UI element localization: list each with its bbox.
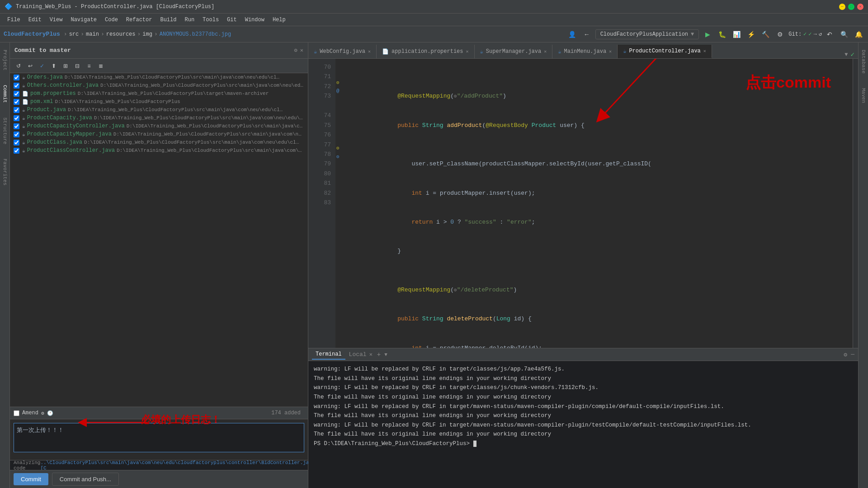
tab-supermgr[interactable]: ☕ SuperManager.java ✕ bbox=[475, 45, 553, 58]
run-button[interactable]: ▶ bbox=[702, 28, 713, 40]
ct-expand-btn[interactable]: ≡ bbox=[84, 61, 94, 71]
file-item-productcap[interactable]: ☕ ProductCapacity.java D:\IDEA\Training_… bbox=[10, 114, 308, 122]
menu-refactor[interactable]: Refactor bbox=[123, 15, 156, 24]
run-config-selector[interactable]: CloudFactoryPlusApplication ▼ bbox=[595, 29, 699, 39]
tab-mainmenu[interactable]: ☕ MainMenu.java ✕ bbox=[552, 45, 618, 58]
tab-close-webconfig[interactable]: ✕ bbox=[368, 49, 371, 54]
tab-bar-actions: ▼ ✓ bbox=[844, 51, 858, 58]
bc-src[interactable]: src bbox=[69, 31, 79, 38]
file-checkbox-product[interactable] bbox=[14, 107, 19, 113]
bc-img[interactable]: img bbox=[142, 31, 152, 38]
terminal-settings-icon[interactable]: ⚙ bbox=[844, 351, 847, 358]
sidebar-commit[interactable]: Commit bbox=[2, 81, 8, 107]
file-checkbox-productclassctr[interactable] bbox=[14, 148, 19, 154]
menu-run[interactable]: Run bbox=[181, 15, 198, 24]
sidebar-project[interactable]: Project bbox=[2, 46, 8, 74]
editor-scrollbar[interactable] bbox=[853, 59, 858, 348]
menu-file[interactable]: File bbox=[4, 15, 24, 24]
commit-buttons: Commit Commit and Push... bbox=[10, 470, 308, 488]
ct-diff-btn[interactable]: ⊟ bbox=[72, 61, 82, 71]
notifications-button[interactable]: 🔔 bbox=[853, 28, 864, 40]
terminal-tab[interactable]: Terminal bbox=[312, 350, 345, 360]
menu-code[interactable]: Code bbox=[101, 15, 122, 24]
file-item-productclassctr[interactable]: ☕ ProductClassController.java D:\IDEA\Tr… bbox=[10, 146, 308, 155]
ct-upload-btn[interactable]: ⬆ bbox=[49, 61, 59, 71]
menu-git[interactable]: Git bbox=[223, 15, 241, 24]
profile-button[interactable]: ⚡ bbox=[745, 28, 757, 40]
file-item-productclass[interactable]: ☕ ProductClass.java D:\IDEA\Training_Web… bbox=[10, 138, 308, 146]
ct-undo-btn[interactable]: ↩ bbox=[25, 61, 35, 71]
commit-close-icon[interactable]: ✕ bbox=[300, 47, 303, 54]
commit-message-input[interactable]: 第一次上传！！！ bbox=[14, 423, 304, 452]
file-item-orders[interactable]: ☕ Orders.java D:\IDEA\Training_Web_Plus\… bbox=[10, 73, 308, 81]
str-deleteproduct: "/deleteProduct" bbox=[457, 286, 514, 293]
settings-button[interactable]: ⚙ bbox=[774, 28, 786, 40]
menu-help[interactable]: Help bbox=[269, 15, 289, 24]
ct-collapse-btn[interactable]: ≣ bbox=[96, 61, 106, 71]
ct-grid-btn[interactable]: ⊞ bbox=[61, 61, 71, 71]
menu-view[interactable]: View bbox=[46, 15, 66, 24]
file-item-pomprops[interactable]: 📄 pom.properties D:\IDEA\Training_Web_Pl… bbox=[10, 89, 308, 98]
minimize-button[interactable]: ─ bbox=[839, 4, 845, 10]
terminal-dropdown-btn[interactable]: ▼ bbox=[384, 352, 387, 357]
menu-navigate[interactable]: Navigate bbox=[67, 15, 100, 24]
maximize-button[interactable]: □ bbox=[848, 4, 854, 10]
file-checkbox-pomxml[interactable] bbox=[14, 99, 19, 105]
amend-settings-icon[interactable]: ⚙ bbox=[41, 410, 44, 416]
terminal-minimize-icon[interactable]: ─ bbox=[851, 351, 854, 358]
menu-build[interactable]: Build bbox=[156, 15, 180, 24]
terminal-add-btn[interactable]: + bbox=[375, 351, 382, 358]
tab-expand-icon[interactable]: ▼ bbox=[844, 52, 848, 58]
file-checkbox-productcap[interactable] bbox=[14, 115, 19, 121]
tab-close-appprops[interactable]: ✕ bbox=[466, 49, 469, 54]
tab-close-productctrl[interactable]: ✕ bbox=[703, 48, 706, 54]
debug-button[interactable]: 🐛 bbox=[716, 28, 728, 40]
file-item-others[interactable]: ☕ Others.controller.java D:\IDEA\Trainin… bbox=[10, 81, 308, 89]
ct-check-btn[interactable]: ✓ bbox=[37, 61, 47, 71]
file-checkbox-productcapmpr[interactable] bbox=[14, 131, 19, 137]
build-button[interactable]: 🔨 bbox=[760, 28, 771, 40]
tab-close-mainmenu[interactable]: ✕ bbox=[609, 49, 612, 54]
tab-webconfig[interactable]: ☕ WebConfig.java ✕ bbox=[308, 45, 377, 58]
sidebar-maven[interactable]: Maven bbox=[861, 84, 866, 107]
file-item-productcapmpr[interactable]: ☕ ProductCapacityMapper.java D:\IDEA\Tra… bbox=[10, 130, 308, 138]
sidebar-structure[interactable]: Structure bbox=[2, 114, 8, 148]
tab-appprops[interactable]: 📄 application.properties ✕ bbox=[377, 45, 474, 58]
commit-button[interactable]: Commit bbox=[14, 473, 48, 485]
file-checkbox-others[interactable] bbox=[14, 83, 19, 89]
commit-settings-icon[interactable]: ⚙ bbox=[294, 47, 297, 54]
file-checkbox-pomprops[interactable] bbox=[14, 91, 19, 97]
bc-file[interactable]: ANONYMOUS.b2377dbc.jpg bbox=[160, 31, 231, 38]
tab-productctrl[interactable]: ☕ ProductController.java ✕ bbox=[618, 45, 712, 58]
bc-resources[interactable]: resources bbox=[106, 31, 136, 38]
amend-history-icon[interactable]: 🕐 bbox=[47, 410, 53, 416]
file-item-productcapctr[interactable]: ☕ ProductCapacityController.java D:\IDEA… bbox=[10, 122, 308, 130]
file-item-product[interactable]: ☕ Product.java D:\IDEA\Training_Web_Plus… bbox=[10, 106, 308, 114]
coverage-button[interactable]: 📊 bbox=[731, 28, 742, 40]
gutter-76 bbox=[335, 120, 348, 128]
file-checkbox-productclass[interactable] bbox=[14, 140, 19, 145]
code-line-78 bbox=[348, 266, 853, 275]
file-checkbox-orders[interactable] bbox=[14, 75, 19, 80]
gutter-83 bbox=[335, 177, 348, 185]
run-config-name: CloudFactoryPlusApplication bbox=[600, 31, 688, 38]
menu-tools[interactable]: Tools bbox=[199, 15, 222, 24]
sidebar-favorites[interactable]: Favorites bbox=[2, 155, 8, 189]
amend-checkbox[interactable] bbox=[14, 410, 19, 416]
ct-refresh-btn[interactable]: ↺ bbox=[14, 61, 24, 71]
file-checkbox-productcapctr[interactable] bbox=[14, 123, 19, 129]
menu-window[interactable]: Window bbox=[241, 15, 268, 24]
terminal-close-local[interactable]: ✕ bbox=[368, 351, 373, 358]
menu-edit[interactable]: Edit bbox=[25, 15, 45, 24]
commit-push-button[interactable]: Commit and Push... bbox=[52, 473, 119, 486]
toolbar-user-btn[interactable]: 👤 bbox=[566, 28, 578, 40]
tab-icon-webconfig: ☕ bbox=[314, 48, 317, 55]
tab-close-supermgr[interactable]: ✕ bbox=[544, 49, 547, 54]
git-undo[interactable]: ↶ bbox=[824, 28, 835, 40]
close-button[interactable]: ✕ bbox=[857, 4, 863, 10]
bc-main[interactable]: main bbox=[86, 31, 99, 38]
file-item-pomxml[interactable]: 📄 pom.xml D:\IDEA\Training_Web_Plus\Clou… bbox=[10, 98, 308, 106]
toolbar-nav-back[interactable]: ← bbox=[581, 28, 593, 40]
search-button[interactable]: 🔍 bbox=[838, 28, 850, 40]
sidebar-database[interactable]: Database bbox=[861, 46, 866, 77]
